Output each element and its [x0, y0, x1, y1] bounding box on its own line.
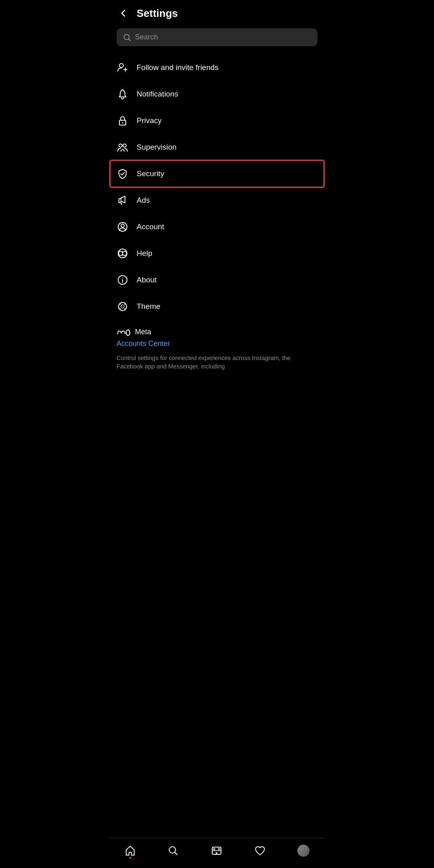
shield-check-icon [117, 168, 129, 180]
svg-point-10 [123, 251, 127, 255]
svg-point-3 [122, 122, 123, 123]
search-nav-icon [168, 845, 179, 856]
svg-point-23 [218, 848, 220, 850]
menu-item-label-supervision: Supervision [137, 143, 176, 152]
avatar [297, 845, 309, 857]
heart-icon [254, 845, 266, 856]
nav-item-activity[interactable] [248, 843, 272, 858]
supervision-icon [117, 141, 129, 153]
home-dot-indicator [129, 857, 131, 859]
search-icon [123, 33, 131, 41]
header: Settings [108, 0, 326, 25]
svg-point-18 [125, 309, 126, 310]
ads-icon [117, 194, 129, 206]
svg-point-17 [120, 309, 121, 310]
menu-item-label-ads: Ads [137, 196, 150, 205]
svg-point-14 [121, 305, 124, 308]
menu-item-label-security: Security [137, 169, 164, 178]
svg-point-1 [119, 64, 123, 68]
accounts-center-text[interactable]: Accounts Center [117, 339, 170, 348]
meta-logo-icon [117, 328, 131, 336]
accounts-center-description: Control settings for connected experienc… [108, 352, 326, 378]
profile-avatar-icon [297, 845, 309, 857]
home-icon [125, 845, 136, 856]
svg-point-5 [123, 144, 126, 147]
menu-item-label-follow-invite: Follow and invite friends [137, 63, 219, 72]
menu-item-ads[interactable]: Ads [110, 187, 324, 214]
svg-point-20 [169, 847, 176, 853]
menu-item-about[interactable]: About [110, 267, 324, 293]
menu-item-theme[interactable]: Theme [110, 293, 324, 320]
nav-item-profile[interactable] [291, 843, 316, 858]
bell-icon [117, 88, 129, 100]
svg-point-19 [126, 330, 130, 335]
search-bar[interactable]: Search [117, 28, 317, 46]
menu-item-label-privacy: Privacy [137, 116, 162, 125]
menu-item-label-about: About [137, 276, 157, 284]
menu-item-label-theme: Theme [137, 302, 160, 311]
menu-item-label-account: Account [137, 222, 164, 231]
menu-item-label-notifications: Notifications [137, 90, 178, 99]
page-title: Settings [137, 7, 178, 20]
back-button[interactable] [117, 6, 130, 20]
menu-item-account[interactable]: Account [110, 214, 324, 240]
account-icon [117, 221, 129, 233]
add-person-icon [117, 62, 129, 74]
help-icon [117, 247, 129, 259]
accounts-center-link[interactable]: Accounts Center [108, 338, 326, 352]
settings-menu-list: Follow and invite friends Notifications [108, 54, 326, 320]
search-container: Search [108, 25, 326, 54]
search-input-placeholder: Search [135, 33, 158, 41]
menu-item-notifications[interactable]: Notifications [110, 81, 324, 107]
meta-label: Meta [135, 328, 151, 336]
back-arrow-icon [118, 8, 129, 19]
nav-item-search[interactable] [161, 843, 185, 858]
menu-item-security[interactable]: Security [110, 160, 324, 187]
theme-icon [117, 300, 129, 313]
menu-item-follow-invite[interactable]: Follow and invite friends [110, 54, 324, 81]
menu-item-privacy[interactable]: Privacy [110, 107, 324, 134]
menu-item-label-help: Help [137, 249, 152, 258]
svg-point-12 [122, 278, 123, 278]
svg-point-4 [119, 144, 122, 147]
bottom-navigation [108, 838, 326, 868]
meta-section: Meta [108, 320, 326, 338]
menu-item-supervision[interactable]: Supervision [110, 134, 324, 160]
svg-point-22 [213, 848, 215, 850]
accounts-center-desc-text: Control settings for connected experienc… [117, 354, 291, 370]
nav-item-reels[interactable] [205, 843, 229, 858]
svg-point-16 [125, 304, 126, 305]
lock-icon [117, 115, 129, 127]
svg-point-9 [119, 251, 123, 255]
info-icon [117, 274, 129, 286]
menu-item-help[interactable]: Help [110, 240, 324, 267]
nav-item-home[interactable] [118, 843, 142, 858]
svg-point-7 [121, 224, 124, 227]
avatar-image [297, 845, 309, 857]
svg-point-15 [120, 304, 121, 305]
reels-icon [211, 845, 222, 856]
